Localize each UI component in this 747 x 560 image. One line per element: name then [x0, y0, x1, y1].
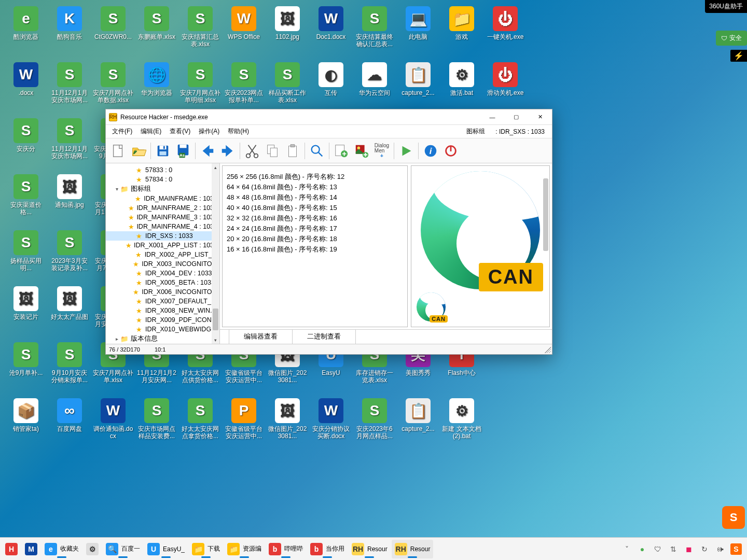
menu-edit[interactable]: 编辑(E) — [136, 125, 165, 138]
safe-badge[interactable]: 🛡 安全 — [716, 31, 747, 46]
desktop-icon[interactable]: S安庆渠道价格... — [4, 173, 48, 229]
taskbar-item[interactable]: M — [22, 540, 40, 558]
tree-node[interactable]: ★IDR_MAINFRAME_3 : 1033 — [106, 213, 219, 222]
input-method-indicator[interactable]: S — [722, 506, 745, 529]
tree-node[interactable]: ★IDR_X010_WEBWIDG... — [106, 325, 219, 334]
nav-back-icon[interactable] — [198, 141, 217, 161]
tree-node[interactable]: ★IDR_SXS : 1033 — [106, 231, 219, 241]
tree-node[interactable]: ▾📁图标组 — [106, 184, 219, 194]
tree-node[interactable]: ★IDR_X008_NEW_WIN... — [106, 306, 219, 315]
desktop-icon[interactable]: S扬样品买用明... — [4, 229, 48, 285]
info-icon[interactable]: i — [421, 141, 440, 161]
desktop-icon[interactable]: P安徽省级平台安庆运营中... — [222, 397, 266, 453]
tree-node[interactable]: ★IDR_MAINFRAME : 1033 — [106, 194, 219, 203]
tree-node[interactable]: ★IDR_X005_BETA : 1033 — [106, 278, 219, 287]
desktop-icon[interactable]: 🖼微信图片_2023081... — [266, 397, 309, 453]
bolt-icon[interactable]: ⚡ — [730, 50, 747, 62]
taskbar-item[interactable]: ⚙ — [83, 540, 102, 558]
save-icon[interactable] — [154, 141, 172, 161]
desktop-icon[interactable]: S11月12月1月安庆市场网... — [48, 117, 91, 173]
taskbar-item[interactable]: b哔哩哔 — [266, 540, 306, 558]
desktop-icon[interactable]: 📦销管家ta) — [4, 397, 48, 453]
tree-node[interactable]: ★IDR_X009_PDF_ICON... — [106, 315, 219, 325]
play-icon[interactable] — [397, 141, 416, 161]
tree-node[interactable]: ★IDR_MAINFRAME_4 : 1033 — [106, 222, 219, 231]
desktop-icon[interactable]: S安庆结算最终确认汇总表... — [353, 5, 396, 61]
desktop-icon[interactable]: 📁游戏 — [440, 5, 483, 61]
titlebar[interactable]: RH Resource Hacker - msedge.exe — ▢ ✕ — [106, 109, 552, 125]
tree-node[interactable]: ★IDR_X001_APP_LIST : 1033 — [106, 241, 219, 250]
cut-icon[interactable] — [243, 141, 261, 161]
taskbar-item[interactable]: 📁下载 — [189, 540, 223, 558]
paste-icon[interactable] — [283, 141, 302, 161]
desktop-icon[interactable]: 🖼安装记片 — [4, 285, 48, 341]
minimize-button[interactable]: — — [480, 109, 504, 125]
collapse-icon[interactable]: ▸ — [113, 336, 120, 342]
desktop-icon[interactable]: S11月12月1月安庆市场网... — [48, 61, 91, 117]
tab-editor-view[interactable]: 编辑器查看 — [229, 330, 293, 344]
taskbar-item[interactable]: H — [2, 540, 21, 558]
tree-scrollbar[interactable]: ▴ ▾ — [212, 163, 219, 344]
taskbar-item[interactable]: 📁资源编 — [224, 540, 265, 558]
desktop-icon[interactable]: S安庆结算汇总表.xlsx — [178, 5, 222, 61]
save-as-icon[interactable]: As — [174, 141, 192, 161]
desktop-icon[interactable]: 🖼好太太产品图 — [48, 285, 91, 341]
desktop-icon[interactable]: WWPS Office — [222, 5, 266, 61]
menu-view[interactable]: 查看(V) — [165, 125, 195, 138]
desktop-icon[interactable]: ∞百度网盘 — [48, 397, 91, 453]
taskbar-item[interactable]: e收藏夹 — [42, 540, 82, 558]
tree-node[interactable]: ▸📁版本信息 — [106, 334, 219, 344]
tray-ime-icon[interactable]: S — [730, 543, 742, 555]
taskbar-item[interactable]: b当你用 — [307, 540, 348, 558]
desktop-icon[interactable]: 🖼1102.jpg — [266, 5, 309, 61]
desktop-icon[interactable]: S安庆2023年6月网点样品... — [353, 397, 396, 453]
desktop-icon[interactable]: SCtG0ZWR0... — [91, 5, 135, 61]
desktop-icon[interactable]: S东鹏账单.xlsx — [135, 5, 178, 61]
desktop-icon[interactable]: ⏻一键关机.exe — [483, 5, 527, 61]
tree-node[interactable]: ★IDR_X003_INCOGNITO... — [106, 259, 219, 269]
expand-icon[interactable]: ▾ — [113, 186, 120, 192]
tray-battery-icon[interactable]: ● — [637, 544, 647, 554]
desktop-icon[interactable]: S沧9月单补... — [4, 341, 48, 397]
desktop-icon[interactable]: 📋capture_2... — [396, 397, 440, 453]
desktop-icon[interactable]: S9月10月安庆分销未报单... — [48, 341, 91, 397]
preview-scrollbar[interactable] — [543, 178, 548, 251]
resize-grip[interactable] — [545, 347, 551, 353]
tree-node[interactable]: ★57833 : 0 — [106, 165, 219, 175]
tree-node[interactable]: ★IDR_X006_INCOGNITO... — [106, 287, 219, 297]
new-file-icon[interactable] — [109, 141, 128, 161]
tree-node[interactable]: ★IDR_MAINFRAME_2 : 1033 — [106, 203, 219, 213]
tray-sync-icon[interactable]: ↻ — [699, 544, 710, 554]
copy-icon[interactable] — [263, 141, 282, 161]
open-file-icon[interactable] — [129, 141, 148, 161]
desktop-icon[interactable]: W调价通知函.docx — [91, 397, 135, 453]
desktop-icon[interactable]: S2023年3月安装记录及补... — [48, 229, 91, 285]
desktop-icon[interactable]: K酷狗音乐 — [48, 5, 91, 61]
menu-action[interactable]: 操作(A) — [195, 125, 224, 138]
desktop-icon[interactable]: e酷浏览器 — [4, 5, 48, 61]
tree-node[interactable]: ★IDR_X002_APP_LIST_... — [106, 250, 219, 259]
maximize-button[interactable]: ▢ — [504, 109, 528, 125]
add-resource-icon[interactable] — [332, 141, 351, 161]
desktop-icon[interactable]: 💻此电脑 — [396, 5, 440, 61]
tab-binary-view[interactable]: 二进制查看 — [293, 330, 356, 344]
tray-shield-icon[interactable]: 🛡 — [653, 544, 663, 554]
menu-file[interactable]: 文件(F) — [108, 125, 136, 138]
tree-node[interactable]: ★IDR_X004_DEV : 1033 — [106, 269, 219, 278]
tray-network-icon[interactable]: ⇅ — [668, 544, 679, 554]
tree-node[interactable]: ★IDR_X007_DEFAULT_... — [106, 297, 219, 306]
desktop-icon[interactable]: S好太太安庆网点拿货价格... — [178, 397, 222, 453]
dialog-menu-icon[interactable]: DialogMen+ — [372, 141, 391, 161]
info-pane[interactable]: 256 × 256 (16.8mil 颜色) - 序号名称: 1264 × 64… — [222, 165, 408, 327]
tray-volume-icon[interactable]: 🕪 — [715, 544, 725, 554]
desktop-icon[interactable]: S安庆分 — [4, 117, 48, 173]
nav-forward-icon[interactable] — [218, 141, 237, 161]
tree-node[interactable]: ★57834 : 0 — [106, 175, 219, 184]
tray-app-icon[interactable]: ◼ — [684, 544, 694, 554]
power-icon[interactable] — [441, 141, 460, 161]
taskbar-item[interactable]: RHResour — [392, 540, 434, 558]
taskbar-item[interactable]: UEasyU_ — [144, 540, 188, 558]
taskbar-item[interactable]: RHResour — [349, 540, 391, 558]
menu-help[interactable]: 帮助(H) — [224, 125, 253, 138]
desktop-icon[interactable]: WDoc1.docx — [309, 5, 353, 61]
